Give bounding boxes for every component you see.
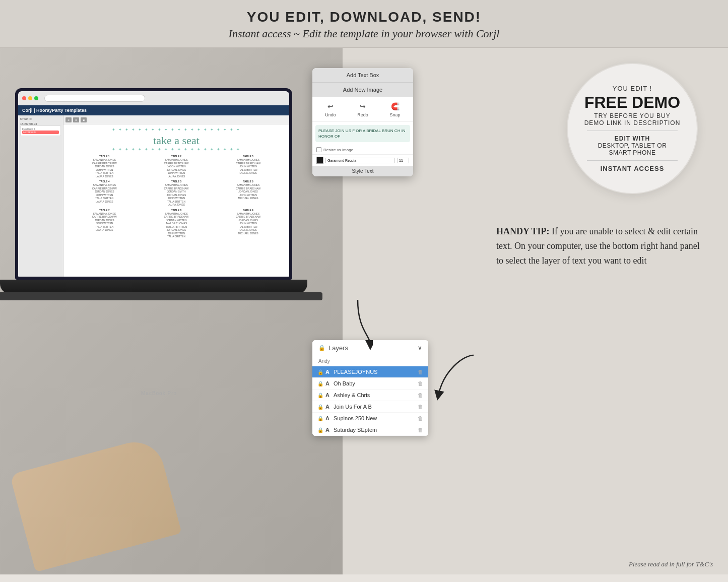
circle-you-edit: YOU EDIT !: [613, 85, 652, 92]
layer-name: Oh Baby: [334, 380, 418, 386]
browser-dot-yellow: [28, 96, 32, 100]
table-name: TABLE 1: [70, 155, 140, 158]
layer-delete-icon[interactable]: 🗑: [418, 427, 423, 433]
layer-lock-icon: 🔒: [317, 393, 325, 398]
handy-tip-text: HANDY TIP: If you are unable to select &…: [496, 224, 708, 268]
circle-instant: INSTANT ACCESS: [601, 165, 665, 172]
redo-tool[interactable]: ↪ Redo: [357, 101, 369, 117]
guest-name: LAURA JONES: [70, 175, 140, 178]
guest-name: TALIA BRITTEN: [142, 235, 212, 238]
laptop: Corjl | HoorayParty Templates Order Id: …: [0, 78, 327, 471]
guest-name: MICHAEL JONES: [213, 232, 283, 235]
snap-icon: 🧲: [389, 101, 401, 111]
layer-delete-icon[interactable]: 🗑: [418, 404, 423, 410]
layer-type: A: [325, 380, 334, 386]
layer-name: Supinos 250 New: [334, 415, 418, 421]
layer-row[interactable]: 🔒AAshley & Chris🗑: [312, 390, 428, 401]
layer-name: Join Us For A B: [334, 404, 418, 410]
guest-name: LAURA JONES: [142, 175, 212, 178]
layer-type: A: [325, 415, 334, 421]
table-name: TABLE 2: [142, 155, 212, 158]
undo-icon: ↩: [324, 101, 337, 111]
table-block: TABLE 5SAMANTHA JONESCARRIE BRADSHAWJORD…: [142, 180, 212, 207]
layer-delete-icon[interactable]: 🗑: [418, 380, 423, 386]
browser-chrome: [18, 91, 289, 105]
seating-chart: ✦ ✦ ✦ ✦ ✦ ✦ ✦ ✦ ✦ ✦ ✦ ✦ ✦ ✦ ✦ ✦ ✦ ✦ ✦ ✦ …: [65, 126, 287, 275]
font-select[interactable]: [325, 158, 395, 163]
undo-label: Undo: [325, 112, 336, 117]
guest-name: LAURA JONES: [213, 171, 283, 175]
seating-title: take a seat: [65, 135, 287, 146]
layer-delete-icon[interactable]: 🗑: [418, 415, 423, 421]
layer-name: Saturday SEptem: [334, 427, 418, 433]
layer-type: A: [325, 404, 334, 410]
font-size-input[interactable]: [397, 158, 409, 163]
undo-tool[interactable]: ↩ Undo: [324, 101, 337, 117]
toolbar-icon-1: ⊕: [65, 117, 72, 122]
circle-free-demo: FREE DEMO: [584, 94, 680, 110]
main-area: Corjl | HoorayParty Templates Order Id: …: [0, 48, 728, 574]
table-block: TABLE 6SAMANTHA JONESCARRIE BRADSHAWJORD…: [213, 180, 283, 207]
layer-type: A: [325, 427, 334, 433]
corjl-header: Corjl | HoorayParty Templates: [18, 105, 289, 115]
laptop-base: [0, 280, 307, 294]
laptop-bottom: [0, 292, 322, 300]
layer-row[interactable]: 🔒ASupinos 250 New🗑: [312, 413, 428, 424]
layer-lock-icon: 🔒: [317, 369, 325, 375]
layer-name: PLEASEJOYNUS: [334, 369, 418, 375]
table-block: TABLE 7SAMANTHA JONESCARRIE BRADSHAWJORD…: [70, 209, 140, 238]
table-block: TABLE 9SAMANTHA JONESCARRIE BRADSHAWJORD…: [213, 209, 283, 238]
stars-top: ✦ ✦ ✦ ✦ ✦ ✦ ✦ ✦ ✦ ✦ ✦ ✦ ✦ ✦ ✦ ✦ ✦ ✦ ✦ ✦: [65, 127, 287, 132]
layer-row[interactable]: 🔒ASaturday SEptem🗑: [312, 424, 428, 436]
layer-row[interactable]: 🔒AJoin Us For A B🗑: [312, 401, 428, 413]
resize-checkbox[interactable]: [316, 147, 321, 152]
add-new-image-button[interactable]: Add New Image: [312, 83, 413, 97]
layer-delete-icon[interactable]: 🗑: [418, 369, 423, 375]
circle-divider-1: [587, 131, 678, 131]
mobile-resize-row: Resize vs Image: [312, 145, 413, 155]
laptop-screen-outer: Corjl | HoorayParty Templates Order Id: …: [15, 88, 292, 280]
table-block: TABLE 4SAMANTHA JONESCARRIE BRADSHAWJORD…: [70, 180, 140, 207]
browser-dot-green: [34, 96, 38, 100]
toolbar-icon-2: ⊗: [73, 117, 79, 122]
table-name: TABLE 5: [142, 180, 212, 183]
table-block: TABLE 2SAMANTHA JONESCARRIE BRADSHAWJASO…: [142, 155, 212, 178]
canvas-toolbar: ⊕ ⊗ ▣: [63, 115, 289, 124]
snap-label: Snap: [389, 112, 400, 117]
browser-url-bar: [44, 95, 145, 102]
layer-row[interactable]: 🔒APLEASEJOYNUS🗑: [312, 366, 428, 378]
guest-name: LAURA JONES: [142, 203, 212, 207]
tables-grid: TABLE 1SAMANTHA JONESCARRIE BRADSHAWJORD…: [65, 153, 287, 240]
browser-dot-red: [22, 96, 26, 100]
add-text-box-button[interactable]: Add Text Box: [312, 68, 413, 83]
circle-devices: DESKTOP, TABLET OR SMART PHONE: [598, 142, 667, 156]
header-bar: YOU EDIT, DOWNLOAD, SEND! Instant access…: [0, 0, 728, 48]
color-swatch[interactable]: [316, 157, 323, 164]
layer-lock-icon: 🔒: [317, 416, 325, 421]
header-title: YOU EDIT, DOWNLOAD, SEND!: [10, 9, 718, 25]
canvas-area: ✦ ✦ ✦ ✦ ✦ ✦ ✦ ✦ ✦ ✦ ✦ ✦ ✦ ✦ ✦ ✦ ✦ ✦ ✦ ✦ …: [63, 124, 289, 277]
layer-delete-icon[interactable]: 🗑: [418, 392, 423, 398]
mobile-toolbar: ↩ Undo ↪ Redo 🧲 Snap: [312, 97, 413, 122]
handy-tip: HANDY TIP: If you are unable to select &…: [496, 224, 708, 268]
table-block: TABLE 8SAMANTHA JONESCARRIE BRADSHAWJORD…: [142, 209, 212, 238]
table-name: TABLE 6: [213, 180, 283, 183]
corjl-body: Order Id: 1509758194 Field Row 1 INCOMPL…: [18, 115, 289, 277]
redo-icon: ↪: [357, 101, 369, 111]
snap-tool[interactable]: 🧲 Snap: [389, 101, 401, 117]
laptop-scene: Corjl | HoorayParty Templates Order Id: …: [0, 48, 343, 574]
resize-label: Resize vs Image: [323, 148, 353, 152]
corjl-main: ⊕ ⊗ ▣ ✦ ✦ ✦ ✦ ✦ ✦ ✦ ✦ ✦ ✦ ✦ ✦ ✦ ✦ ✦ ✦ ✦ …: [63, 115, 289, 277]
corjl-interface: Corjl | HoorayParty Templates Order Id: …: [18, 105, 289, 277]
chevron-down-icon[interactable]: ∨: [418, 344, 422, 352]
macbook-label: MacBook Pro: [141, 391, 177, 396]
free-demo-circle: YOU EDIT ! FREE DEMO TRY BEFORE YOU BUY …: [567, 63, 698, 194]
layer-row[interactable]: 🔒AOh Baby🗑: [312, 378, 428, 390]
style-text-button[interactable]: Style Text: [312, 166, 413, 176]
arrow-tip-to-layers: [433, 350, 484, 401]
redo-label: Redo: [357, 112, 368, 117]
laptop-screen-inner: Corjl | HoorayParty Templates Order Id: …: [18, 91, 289, 277]
mobile-font-row: [312, 155, 413, 166]
table-block: TABLE 3SAMANTHA JONESCARRIE BRADSHAWJOHN…: [213, 155, 283, 178]
circle-demo-link: DEMO LINK IN DESCRIPTION: [584, 119, 681, 126]
